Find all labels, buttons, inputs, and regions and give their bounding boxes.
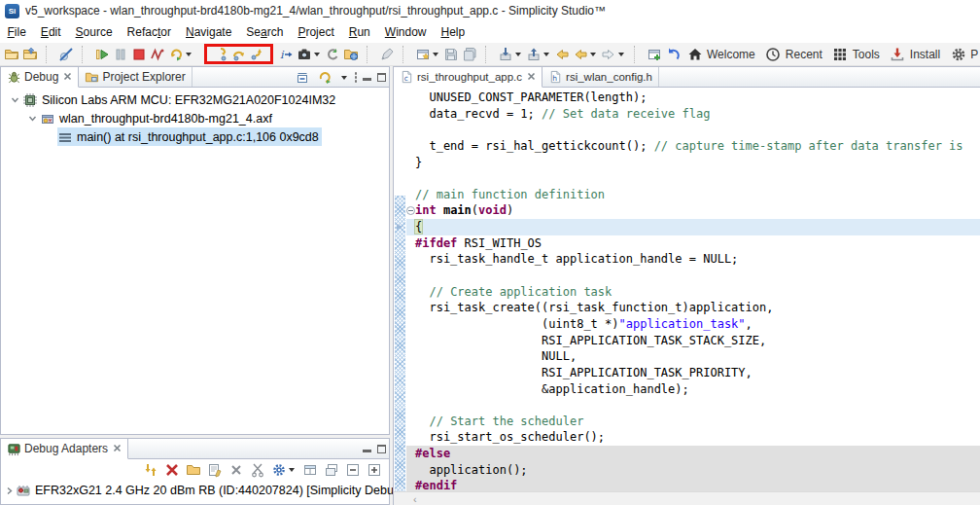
- menu-edit[interactable]: Edit: [33, 22, 68, 42]
- collapse-minus-button[interactable]: [343, 459, 362, 481]
- open-perspective-button[interactable]: [645, 44, 663, 65]
- code-line[interactable]: [406, 268, 980, 284]
- scroll-left-arrow[interactable]: ‹: [413, 492, 417, 505]
- reset-button[interactable]: [148, 44, 166, 65]
- folder-small-button[interactable]: [184, 459, 202, 481]
- maximize-button[interactable]: [377, 73, 386, 82]
- form-edit-button[interactable]: [205, 459, 224, 481]
- code-line[interactable]: RSI_APPLICATION_TASK_PRIORITY,: [406, 365, 980, 381]
- menu-run[interactable]: Run: [341, 22, 377, 42]
- tab-debug[interactable]: Debug: [1, 67, 79, 88]
- view-menu-icon[interactable]: [355, 72, 358, 83]
- close-tab-icon[interactable]: [63, 70, 72, 84]
- expand-plus-button[interactable]: [365, 459, 383, 481]
- table-copy-button[interactable]: [322, 459, 340, 481]
- chevron-down-icon[interactable]: [7, 95, 22, 104]
- maximize-button[interactable]: [377, 445, 386, 453]
- open-resource-button[interactable]: [341, 44, 360, 65]
- last-edit-button[interactable]: [552, 44, 571, 65]
- tree-item[interactable]: wlan_throughput-brd4180b-mg21_4.axf: [40, 109, 275, 127]
- code-line[interactable]: #endif: [406, 478, 980, 491]
- preferences-button[interactable]: P: [950, 46, 978, 62]
- dropdown-caret-icon[interactable]: [289, 468, 295, 472]
- minimize-button[interactable]: [363, 450, 371, 452]
- close-tab-icon[interactable]: [527, 71, 536, 83]
- code-content[interactable]: UNUSED_CONST_PARAMETER(length); data_rec…: [406, 90, 980, 491]
- dropdown-caret-icon[interactable]: [590, 53, 596, 56]
- code-line[interactable]: &application_handle);: [406, 381, 980, 398]
- menu-navigate[interactable]: Navigate: [178, 22, 238, 42]
- fold-collapse-icon[interactable]: [406, 206, 415, 215]
- dropdown-caret-icon[interactable]: [314, 53, 320, 56]
- close-gray-button[interactable]: [227, 459, 245, 481]
- dropdown-caret-icon[interactable]: [543, 53, 549, 56]
- step-return-button[interactable]: [248, 44, 266, 65]
- debug-tree-row[interactable]: main() at rsi_throughput_app.c:1,106 0x9…: [1, 127, 389, 146]
- code-line[interactable]: }: [406, 155, 980, 171]
- welcome-button[interactable]: Welcome: [686, 46, 755, 62]
- adapter-list-item[interactable]: EFR32xG21 2.4 GHz 20 dBm RB (ID:44020782…: [1, 481, 389, 500]
- clear-marks-button[interactable]: [377, 44, 396, 65]
- menu-search[interactable]: Search: [239, 22, 291, 42]
- chevron-down-icon[interactable]: [24, 114, 40, 123]
- code-line[interactable]: {: [406, 219, 980, 235]
- refresh-button[interactable]: [323, 44, 341, 65]
- code-line[interactable]: t_end = rsi_hal_gettickcount(); // captu…: [406, 138, 980, 155]
- code-line[interactable]: // Create application task: [406, 284, 980, 301]
- terminate-button[interactable]: [129, 44, 148, 65]
- code-line[interactable]: rsi_task_handle_t application_handle = N…: [406, 251, 980, 268]
- menu-project[interactable]: Project: [291, 22, 341, 42]
- code-line[interactable]: #ifdef RSI_WITH_OS: [406, 235, 980, 252]
- horizontal-scrollbar[interactable]: ‹: [394, 491, 980, 505]
- restart-button[interactable]: [166, 44, 194, 65]
- menu-window[interactable]: Window: [377, 22, 434, 42]
- minimize-button[interactable]: [363, 78, 371, 81]
- dropdown-caret-icon[interactable]: [515, 53, 521, 56]
- back-button[interactable]: [571, 44, 599, 65]
- editor-tab-rsi-wlan-config-h[interactable]: hrsi_wlan_config.h: [542, 67, 659, 87]
- code-line[interactable]: application();: [406, 462, 980, 479]
- open-file-button[interactable]: [2, 44, 20, 65]
- snapshot-button[interactable]: [295, 44, 323, 65]
- dropdown-caret-icon[interactable]: [186, 53, 192, 56]
- skip-all-breakpoints-button[interactable]: [56, 44, 75, 65]
- code-line[interactable]: // main function definition: [406, 187, 980, 203]
- disconnect-red-button[interactable]: [162, 459, 181, 481]
- selected-tree-item[interactable]: main() at rsi_throughput_app.c:1,106 0x9…: [57, 127, 322, 146]
- new-wizard-button[interactable]: [413, 44, 441, 65]
- instruction-stepping-button[interactable]: i: [276, 44, 295, 65]
- import-project-button[interactable]: [20, 44, 39, 65]
- resume-button[interactable]: [92, 44, 111, 65]
- gear-blue-button[interactable]: [269, 459, 298, 481]
- debug-tree-row[interactable]: Silicon Labs ARM MCU: EFR32MG21A020F1024…: [1, 90, 389, 109]
- menu-file[interactable]: File: [0, 22, 33, 42]
- dropdown-caret-icon[interactable]: [618, 53, 624, 56]
- step-into-button[interactable]: [211, 44, 229, 65]
- code-line[interactable]: [406, 397, 980, 414]
- code-line[interactable]: UNUSED_CONST_PARAMETER(length);: [406, 90, 980, 106]
- recent-button[interactable]: Recent: [765, 46, 822, 62]
- tools-button[interactable]: Tools: [832, 46, 880, 62]
- code-line[interactable]: rsi_task_create((rsi_task_function_t)app…: [406, 300, 980, 316]
- editor-tab-rsi-throughput-app-c[interactable]: crsi_throughput_app.c: [394, 67, 542, 88]
- step-over-button[interactable]: [229, 44, 248, 65]
- dropdown-caret-icon[interactable]: [433, 53, 438, 56]
- code-line[interactable]: int main(void): [406, 202, 980, 219]
- menu-help[interactable]: Help: [434, 22, 472, 42]
- undo-button[interactable]: [663, 44, 682, 65]
- chevron-right-icon[interactable]: [5, 487, 14, 495]
- code-line[interactable]: (uint8_t *)"application_task",: [406, 316, 980, 333]
- tab-debug-adapters[interactable]: Debug Adapters: [1, 439, 128, 459]
- save-all-button[interactable]: [460, 44, 478, 65]
- export-button[interactable]: [524, 44, 552, 65]
- install-button[interactable]: Install: [890, 46, 940, 62]
- forward-button[interactable]: [599, 44, 627, 65]
- code-line[interactable]: RSI_APPLICATION_TASK_STACK_SIZE,: [406, 333, 980, 349]
- code-line[interactable]: rsi_start_os_scheduler();: [406, 429, 980, 446]
- menu-source[interactable]: Source: [68, 22, 120, 42]
- menu-refactor[interactable]: Refactor: [120, 22, 178, 42]
- code-line[interactable]: data_recvd = 1; // Set data receive flag: [406, 106, 980, 123]
- code-line[interactable]: [406, 122, 980, 138]
- import-button[interactable]: [496, 44, 524, 65]
- code-line[interactable]: [406, 170, 980, 187]
